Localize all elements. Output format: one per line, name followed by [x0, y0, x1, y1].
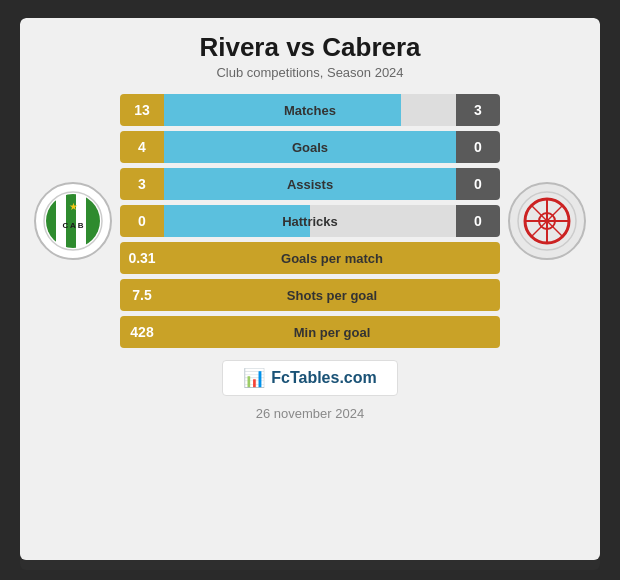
spg-left: 7.5 — [120, 279, 164, 311]
matches-bar: Matches — [164, 94, 456, 126]
stat-row-hattricks: 0 Hattricks 0 — [120, 205, 500, 237]
stat-row-matches: 13 Matches 3 — [120, 94, 500, 126]
cabrera-logo — [508, 182, 586, 260]
mpg-bar: Min per goal — [164, 316, 500, 348]
goals-left: 4 — [120, 131, 164, 163]
stats-bars: 13 Matches 3 4 Goals — [120, 94, 500, 348]
stat-row-goals-per-match: 0.31 Goals per match — [120, 242, 500, 274]
spg-bar: Shots per goal — [164, 279, 500, 311]
hattricks-bar: Hattricks — [164, 205, 456, 237]
hattricks-left: 0 — [120, 205, 164, 237]
page-container: Rivera vs Cabrera Club competitions, Sea… — [0, 0, 620, 580]
matches-right: 3 — [456, 94, 500, 126]
matches-left: 13 — [120, 94, 164, 126]
assists-bar: Assists — [164, 168, 456, 200]
page-subtitle: Club competitions, Season 2024 — [20, 65, 600, 80]
footer-date: 26 november 2024 — [256, 406, 364, 421]
svg-text:C A B: C A B — [62, 221, 83, 230]
branding-text: FcTables.com — [271, 369, 377, 387]
branding-icon: 📊 — [243, 367, 265, 389]
goals-bar: Goals — [164, 131, 456, 163]
gpm-bar: Goals per match — [164, 242, 500, 274]
main-card: Rivera vs Cabrera Club competitions, Sea… — [20, 18, 600, 570]
rivera-logo: ★ C A B — [34, 182, 112, 260]
assists-left: 3 — [120, 168, 164, 200]
stat-row-assists: 3 Assists 0 — [120, 168, 500, 200]
goals-right: 0 — [456, 131, 500, 163]
svg-text:★: ★ — [69, 201, 78, 212]
stat-row-min-per-goal: 428 Min per goal — [120, 316, 500, 348]
branding-box: 📊 FcTables.com — [222, 360, 398, 396]
page-title: Rivera vs Cabrera — [20, 32, 600, 63]
hattricks-right: 0 — [456, 205, 500, 237]
stat-row-goals: 4 Goals 0 — [120, 131, 500, 163]
assists-right: 0 — [456, 168, 500, 200]
gpm-left: 0.31 — [120, 242, 164, 274]
mpg-left: 428 — [120, 316, 164, 348]
stat-row-shots-per-goal: 7.5 Shots per goal — [120, 279, 500, 311]
